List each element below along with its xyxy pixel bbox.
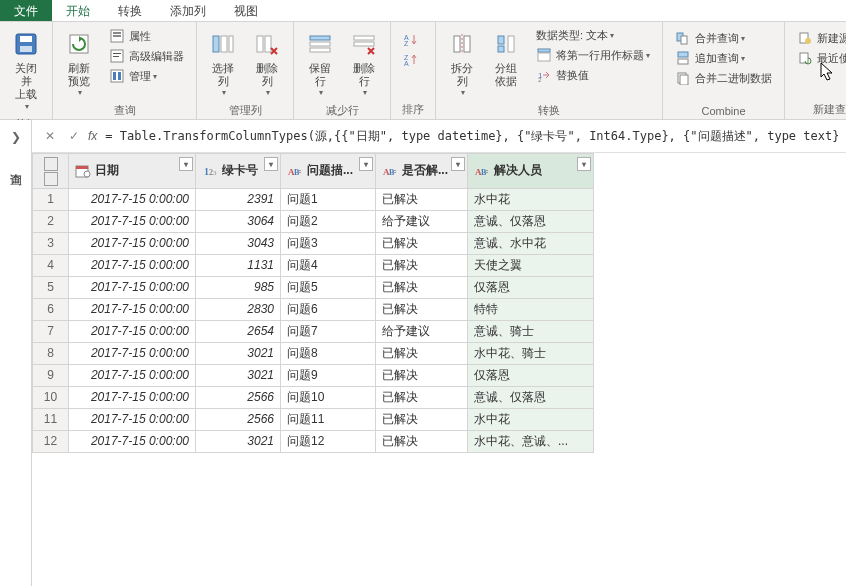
sort-desc-button[interactable]: ZA — [399, 50, 427, 70]
cell[interactable]: 意诚、仅落恩 — [468, 386, 594, 408]
cell[interactable]: 已解决 — [376, 386, 468, 408]
row-number[interactable]: 9 — [33, 364, 69, 386]
choose-cols-button[interactable]: 选择 列▾ — [201, 24, 245, 101]
table-row[interactable]: 62017-7-15 0:00:002830问题6已解决特特 — [33, 298, 594, 320]
cell[interactable]: 2654 — [196, 320, 281, 342]
cell[interactable]: 问题7 — [281, 320, 376, 342]
cell[interactable]: 1131 — [196, 254, 281, 276]
close-load-button[interactable]: 关闭并 上载 ▾ — [4, 24, 48, 115]
keep-rows-button[interactable]: 保留 行▾ — [298, 24, 342, 101]
cell[interactable]: 问题11 — [281, 408, 376, 430]
properties-button[interactable]: 属性 — [105, 26, 188, 46]
row-number[interactable]: 11 — [33, 408, 69, 430]
column-header[interactable]: ABc是否解...▾ — [376, 154, 468, 189]
cell[interactable]: 水中花、骑士 — [468, 342, 594, 364]
formula-input[interactable]: = Table.TransformColumnTypes(源,{{"日期", t… — [105, 128, 838, 145]
tab-home[interactable]: 开始 — [52, 0, 104, 21]
cell[interactable]: 问题4 — [281, 254, 376, 276]
row-number[interactable]: 4 — [33, 254, 69, 276]
split-col-button[interactable]: 拆分 列▾ — [440, 24, 484, 101]
row-number[interactable]: 1 — [33, 188, 69, 210]
remove-cols-button[interactable]: 删除 列▾ — [245, 24, 289, 101]
cell[interactable]: 问题1 — [281, 188, 376, 210]
cell[interactable]: 2017-7-15 0:00:00 — [69, 210, 196, 232]
append-queries-button[interactable]: 追加查询▾ — [671, 48, 776, 68]
cell[interactable]: 已解决 — [376, 364, 468, 386]
cell[interactable]: 水中花 — [468, 408, 594, 430]
cell[interactable]: 985 — [196, 276, 281, 298]
row-number[interactable]: 7 — [33, 320, 69, 342]
cell[interactable]: 已解决 — [376, 254, 468, 276]
manage-button[interactable]: 管理▾ — [105, 66, 188, 86]
cell[interactable]: 给予建议 — [376, 210, 468, 232]
row-number[interactable]: 6 — [33, 298, 69, 320]
table-row[interactable]: 122017-7-15 0:00:003021问题12已解决水中花、意诚、... — [33, 430, 594, 452]
cell[interactable]: 意诚、骑士 — [468, 320, 594, 342]
cell[interactable]: 天使之翼 — [468, 254, 594, 276]
cell[interactable]: 问题12 — [281, 430, 376, 452]
cell[interactable]: 问题9 — [281, 364, 376, 386]
cell[interactable]: 2566 — [196, 386, 281, 408]
cell[interactable]: 问题3 — [281, 232, 376, 254]
filter-dropdown-icon[interactable]: ▾ — [179, 157, 193, 171]
cell[interactable]: 仅落恩 — [468, 364, 594, 386]
cell[interactable]: 2017-7-15 0:00:00 — [69, 188, 196, 210]
refresh-button[interactable]: 刷新 预览 ▾ — [57, 24, 101, 101]
table-row[interactable]: 32017-7-15 0:00:003043问题3已解决意诚、水中花 — [33, 232, 594, 254]
cell[interactable]: 问题6 — [281, 298, 376, 320]
cell[interactable]: 已解决 — [376, 408, 468, 430]
column-header[interactable]: ABc问题描...▾ — [281, 154, 376, 189]
grid-corner[interactable] — [33, 154, 69, 189]
row-number[interactable]: 10 — [33, 386, 69, 408]
cell[interactable]: 已解决 — [376, 232, 468, 254]
cell[interactable]: 3021 — [196, 342, 281, 364]
cell[interactable]: 已解决 — [376, 430, 468, 452]
commit-formula-icon[interactable]: ✓ — [64, 126, 84, 146]
table-row[interactable]: 42017-7-15 0:00:001131问题4已解决天使之翼 — [33, 254, 594, 276]
tab-file[interactable]: 文件 — [0, 0, 52, 21]
cell[interactable]: 3064 — [196, 210, 281, 232]
cell[interactable]: 2017-7-15 0:00:00 — [69, 298, 196, 320]
table-row[interactable]: 52017-7-15 0:00:00985问题5已解决仅落恩 — [33, 276, 594, 298]
cell[interactable]: 2391 — [196, 188, 281, 210]
tab-view[interactable]: 视图 — [220, 0, 272, 21]
cell[interactable]: 已解决 — [376, 298, 468, 320]
cell[interactable]: 3021 — [196, 430, 281, 452]
cell[interactable]: 问题10 — [281, 386, 376, 408]
cell[interactable]: 已解决 — [376, 276, 468, 298]
row-number[interactable]: 12 — [33, 430, 69, 452]
new-source-button[interactable]: 新建源▾ — [793, 28, 846, 48]
cell[interactable]: 2017-7-15 0:00:00 — [69, 342, 196, 364]
combine-binary-button[interactable]: 合并二进制数据 — [671, 68, 776, 88]
cell[interactable]: 问题5 — [281, 276, 376, 298]
sort-asc-button[interactable]: AZ — [399, 30, 427, 50]
fx-icon[interactable]: fx — [88, 129, 97, 143]
datatype-button[interactable]: 数据类型: 文本▾ — [532, 26, 654, 45]
row-number[interactable]: 8 — [33, 342, 69, 364]
cell[interactable]: 2017-7-15 0:00:00 — [69, 254, 196, 276]
cell[interactable]: 仅落恩 — [468, 276, 594, 298]
cell[interactable]: 已解决 — [376, 342, 468, 364]
merge-queries-button[interactable]: 合并查询▾ — [671, 28, 776, 48]
table-row[interactable]: 12017-7-15 0:00:002391问题1已解决水中花 — [33, 188, 594, 210]
cell[interactable]: 2017-7-15 0:00:00 — [69, 430, 196, 452]
tab-addcol[interactable]: 添加列 — [156, 0, 220, 21]
cell[interactable]: 3043 — [196, 232, 281, 254]
remove-rows-button[interactable]: 删除 行▾ — [342, 24, 386, 101]
cell[interactable]: 意诚、水中花 — [468, 232, 594, 254]
advanced-editor-button[interactable]: 高级编辑器 — [105, 46, 188, 66]
first-row-headers-button[interactable]: 将第一行用作标题▾ — [532, 45, 654, 65]
row-number[interactable]: 5 — [33, 276, 69, 298]
filter-dropdown-icon[interactable]: ▾ — [577, 157, 591, 171]
table-row[interactable]: 82017-7-15 0:00:003021问题8已解决水中花、骑士 — [33, 342, 594, 364]
cell[interactable]: 2017-7-15 0:00:00 — [69, 386, 196, 408]
filter-dropdown-icon[interactable]: ▾ — [359, 157, 373, 171]
cell[interactable]: 2017-7-15 0:00:00 — [69, 276, 196, 298]
table-row[interactable]: 72017-7-15 0:00:002654问题7给予建议意诚、骑士 — [33, 320, 594, 342]
row-number[interactable]: 3 — [33, 232, 69, 254]
cell[interactable]: 2017-7-15 0:00:00 — [69, 364, 196, 386]
table-row[interactable]: 92017-7-15 0:00:003021问题9已解决仅落恩 — [33, 364, 594, 386]
tab-transform[interactable]: 转换 — [104, 0, 156, 21]
column-header[interactable]: ABc解决人员▾ — [468, 154, 594, 189]
recent-sources-button[interactable]: 最近使用的 — [793, 48, 846, 68]
